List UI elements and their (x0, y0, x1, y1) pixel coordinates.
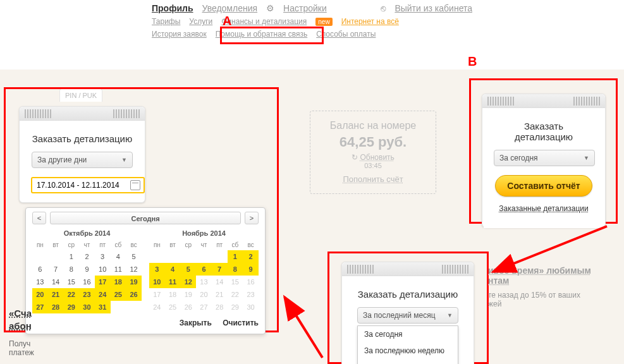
nav-logout[interactable]: Выйти из кабинета (395, 3, 472, 13)
nav-settings[interactable]: Настройки (283, 3, 327, 13)
nav-notifications[interactable]: Уведомления (202, 3, 258, 13)
nav-finance[interactable]: Финансы и детализация (221, 17, 307, 26)
new-badge: new (315, 18, 332, 26)
nav-history[interactable]: История заявок (152, 30, 207, 39)
nav-payment[interactable]: Способы оплаты (316, 30, 376, 39)
nav-internet[interactable]: Интернет на всё (341, 17, 399, 26)
annotation-frame-a (220, 27, 324, 42)
nav-tariffs[interactable]: Тарифы (152, 17, 180, 26)
nav-profile[interactable]: Профиль (152, 3, 193, 13)
exit-icon: ⎋ (381, 3, 386, 13)
nav-services[interactable]: Услуги (189, 17, 212, 26)
gear-icon: ⚙ (266, 3, 274, 13)
